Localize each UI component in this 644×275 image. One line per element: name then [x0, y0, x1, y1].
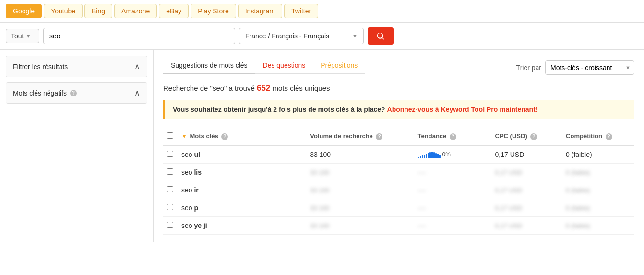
select-all-checkbox[interactable]	[167, 132, 173, 139]
keyword-suffix[interactable]: lis	[194, 168, 202, 176]
competition-cell: 0 (faible)	[562, 145, 634, 164]
table-row: seo p33 100----0,17 USD0 (faible)	[163, 199, 634, 217]
table-row: seo lis33 100----0,17 USD0 (faible)	[163, 164, 634, 181]
tab-suggestions[interactable]: Suggestions de mots clés	[163, 58, 255, 74]
keyword-suffix[interactable]: ir	[194, 186, 198, 194]
negative-keywords-header[interactable]: Mots clés négatifs ? ∧	[6, 83, 147, 103]
volume-blurred: 33 100	[310, 204, 329, 212]
trend-cell: ----	[414, 164, 491, 181]
main-content: Suggestions de mots clés Des questions P…	[154, 50, 644, 242]
volume-cell: 33 100	[306, 199, 414, 217]
keyword-suffix[interactable]: ye ji	[194, 222, 207, 229]
trend-blurred: ----	[418, 187, 426, 194]
row-checkbox-5[interactable]	[167, 222, 173, 228]
trend-cell: ----	[414, 181, 491, 199]
main-layout: Filtrer les résultats ∧ Mots clés négati…	[0, 50, 644, 242]
volume-cell: 33 100	[306, 217, 414, 235]
filter-label: Filtrer les résultats	[13, 63, 68, 71]
row-checkbox-4[interactable]	[167, 204, 173, 210]
promo-link[interactable]: Abonnez-vous à Keyword Tool Pro maintena…	[387, 106, 538, 113]
competition-cell: 0 (faible)	[562, 181, 634, 199]
tab-questions[interactable]: Des questions	[255, 58, 313, 74]
search-type-label: Tout	[11, 32, 24, 40]
trend-cell: ----	[414, 217, 491, 235]
sort-select[interactable]: Mots-clés - croissant Mots-clés - décroi…	[545, 60, 634, 75]
tab-prepositions[interactable]: Prépositions	[313, 58, 365, 74]
col-trend: Tendance	[418, 132, 447, 140]
result-heading: Recherche de "seo" a trouvé 652 mots clé…	[163, 84, 634, 93]
competition-blurred: 0 (faible)	[566, 204, 590, 212]
nav-tab-twitter[interactable]: Twitter	[284, 4, 318, 18]
table-row: seo ir33 100----0,17 USD0 (faible)	[163, 181, 634, 199]
competition-cell: 0 (faible)	[562, 164, 634, 181]
nav-tab-google[interactable]: Google	[6, 4, 42, 18]
trend-blurred: ----	[418, 169, 426, 176]
promo-banner: Vous souhaitez obtenir jusqu'à 2 fois pl…	[163, 100, 634, 119]
keyword-cell: seo p	[178, 199, 306, 217]
search-input[interactable]	[43, 28, 235, 44]
nav-tab-ebay[interactable]: eBay	[159, 4, 189, 18]
table-row: seo ye ji33 100----0,17 USD0 (faible)	[163, 217, 634, 235]
row-checkbox-3[interactable]	[167, 186, 173, 192]
trend-bar-wrap: 0%	[418, 151, 488, 158]
volume-blurred: 33 100	[310, 187, 329, 194]
nav-tab-instagram[interactable]: Instagram	[238, 4, 282, 18]
volume-cell: 33 100	[306, 164, 414, 181]
trend-help-icon[interactable]: ?	[450, 133, 456, 140]
trend-cell: 0%	[414, 145, 491, 164]
volume-blurred: 33 100	[310, 222, 329, 229]
keyword-prefix: seo	[181, 168, 194, 176]
result-count-text: Recherche de "seo" a trouvé	[163, 84, 255, 92]
volume-help-icon[interactable]: ?	[376, 133, 382, 140]
row-checkbox-2[interactable]	[167, 168, 173, 175]
keyword-cell: seo ye ji	[178, 217, 306, 235]
top-nav: GoogleYoutubeBingAmazoneeBayPlay StoreIn…	[0, 0, 644, 23]
language-dropdown-icon: ▼	[352, 33, 358, 39]
volume-blurred: 33 100	[310, 169, 329, 176]
language-label: France / Français - Français	[245, 32, 329, 40]
col-competition: Compétition	[566, 132, 602, 140]
sidebar: Filtrer les résultats ∧ Mots clés négati…	[0, 50, 154, 242]
search-icon	[376, 32, 385, 40]
cpc-blurred: 0,17 USD	[495, 222, 522, 229]
competition-blurred: 0 (faible)	[566, 222, 590, 229]
volume-cell: 33 100	[306, 181, 414, 199]
keyword-suffix[interactable]: ul	[194, 151, 200, 158]
sort-row: Trier par Mots-clés - croissant Mots-clé…	[516, 60, 634, 75]
competition-help-icon[interactable]: ?	[606, 133, 612, 140]
keyword-prefix: seo	[181, 222, 194, 229]
nav-tab-playstore[interactable]: Play Store	[191, 4, 236, 18]
result-count: 652	[257, 84, 270, 93]
nav-tab-amazone[interactable]: Amazone	[114, 4, 157, 18]
nav-tab-youtube[interactable]: Youtube	[44, 4, 83, 18]
keyword-suffix[interactable]: p	[194, 204, 198, 212]
row-checkbox-1[interactable]	[167, 151, 173, 157]
keyword-cell: seo lis	[178, 164, 306, 181]
cpc-cell: 0,17 USD	[491, 164, 562, 181]
keywords-help-icon[interactable]: ?	[221, 133, 228, 140]
cpc-help-icon[interactable]: ?	[530, 133, 537, 140]
filter-header[interactable]: Filtrer les résultats ∧	[6, 56, 147, 77]
col-keywords: Mots clés	[190, 132, 218, 140]
filter-chevron-icon: ∧	[134, 62, 140, 71]
keyword-cell: seo ul	[178, 145, 306, 164]
cpc-cell: 0,17 USD	[491, 217, 562, 235]
cpc-cell: 0,17 USD	[491, 145, 562, 164]
language-select[interactable]: France / Français - Français ▼	[239, 28, 364, 44]
keyword-prefix: seo	[181, 204, 194, 212]
col-cpc: CPC (USD)	[495, 132, 527, 140]
search-bar: Tout ▼ France / Français - Français ▼	[0, 23, 644, 50]
keyword-prefix: seo	[181, 186, 194, 194]
sort-select-wrap: Mots-clés - croissant Mots-clés - décroi…	[545, 60, 634, 75]
competition-blurred: 0 (faible)	[566, 187, 590, 194]
search-type-select[interactable]: Tout ▼	[6, 29, 39, 43]
result-suffix: mots clés uniques	[272, 84, 330, 92]
trend-bars	[418, 151, 441, 158]
negative-keywords-help-icon[interactable]: ?	[70, 90, 77, 96]
competition-cell: 0 (faible)	[562, 217, 634, 235]
keyword-cell: seo ir	[178, 181, 306, 199]
search-button[interactable]	[368, 27, 394, 45]
negative-keywords-section: Mots clés négatifs ? ∧	[6, 82, 147, 104]
nav-tab-bing[interactable]: Bing	[84, 4, 112, 18]
competition-blurred: 0 (faible)	[566, 169, 590, 176]
